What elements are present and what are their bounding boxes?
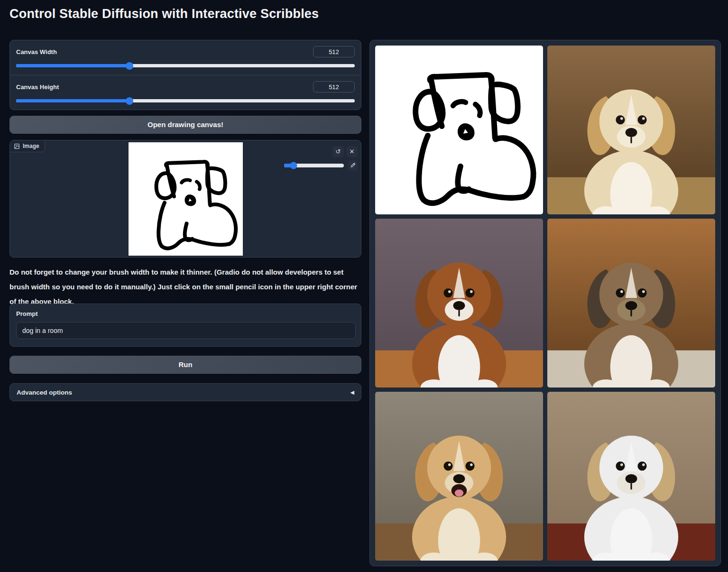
canvas-width-slider[interactable] — [16, 64, 355, 67]
canvas-width-slider-handle[interactable] — [126, 62, 133, 70]
brush-size-slider[interactable] — [284, 164, 344, 167]
drawing-canvas[interactable] — [129, 142, 243, 256]
pencil-icon — [350, 162, 356, 168]
canvas-height-label: Canvas Height — [16, 83, 59, 91]
canvas-height-slider-handle[interactable] — [126, 97, 133, 105]
run-button[interactable]: Run — [9, 356, 361, 374]
canvas-width-slider-fill — [16, 64, 129, 67]
dog-scribble-drawing — [129, 142, 243, 256]
gallery-item-generated-dog-5[interactable] — [547, 392, 715, 561]
undo-button[interactable]: ↺ — [332, 146, 344, 157]
gallery-item-generated-dog-1[interactable] — [547, 46, 715, 214]
canvas-height-slider[interactable] — [16, 99, 355, 102]
canvas-width-label: Canvas Width — [16, 48, 57, 55]
chevron-left-icon: ◀ — [350, 389, 354, 396]
prompt-panel: Prompt — [9, 304, 361, 347]
canvas-height-slider-fill — [16, 99, 129, 102]
brush-width-note: Do not forget to change your brush width… — [9, 265, 361, 309]
image-icon — [14, 143, 20, 149]
brush-size-slider-handle[interactable] — [290, 162, 297, 169]
canvas-height-row: Canvas Height — [10, 75, 361, 110]
gallery-item-scribble-input[interactable] — [375, 46, 543, 214]
canvas-size-panel: Canvas Width Canvas Height — [9, 40, 361, 110]
image-editor-block: Image ↺ ✕ — [9, 140, 361, 258]
page-title: Control Stable Diffusion with Interactiv… — [9, 7, 319, 21]
brush-pencil-button[interactable] — [348, 160, 358, 171]
canvas-width-row: Canvas Width — [10, 40, 361, 75]
prompt-input[interactable] — [16, 322, 356, 339]
gallery-item-generated-dog-3[interactable] — [547, 219, 715, 387]
advanced-options-accordion[interactable]: Advanced options ◀ — [9, 383, 361, 401]
prompt-label: Prompt — [16, 310, 355, 317]
canvas-height-value-input[interactable] — [313, 81, 355, 92]
canvas-width-value-input[interactable] — [313, 46, 355, 57]
gallery-item-generated-dog-4[interactable] — [375, 392, 543, 561]
open-drawing-canvas-button[interactable]: Open drawing canvas! — [9, 116, 361, 134]
undo-icon: ↺ — [336, 148, 341, 155]
gallery-item-generated-dog-2[interactable] — [375, 219, 543, 387]
result-gallery — [369, 40, 721, 566]
clear-image-button[interactable]: ✕ — [346, 146, 358, 157]
close-icon: ✕ — [350, 148, 355, 155]
advanced-options-label: Advanced options — [17, 389, 72, 396]
image-component-label: Image — [10, 140, 45, 152]
app-window: Control Stable Diffusion with Interactiv… — [0, 0, 728, 572]
dog-scribble-thumbnail — [375, 46, 543, 214]
brush-size-controls — [284, 160, 358, 171]
